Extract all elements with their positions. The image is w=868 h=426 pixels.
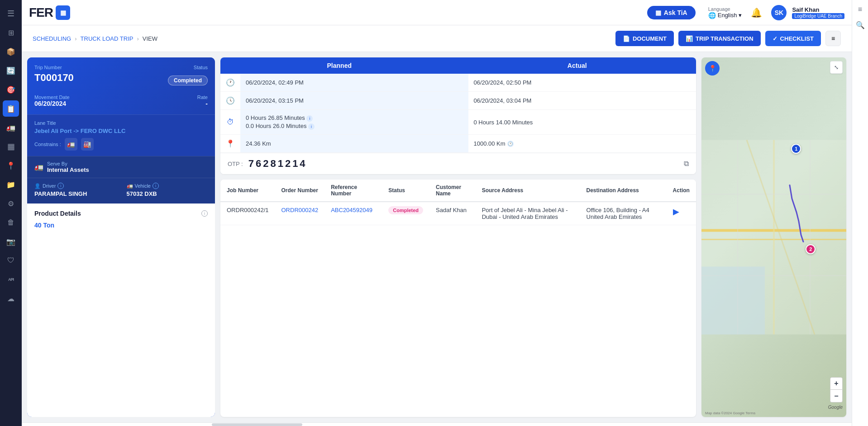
avatar[interactable]: SK [771, 5, 787, 20]
vehicle-info-icon[interactable]: i [153, 183, 159, 189]
sidebar-operations-icon[interactable]: 🔄 [3, 62, 19, 79]
language-section: Language 🌐 English ▾ [708, 6, 742, 19]
sidebar-api-icon[interactable]: API [3, 271, 19, 288]
ask-tia-icon: ▦ [655, 9, 661, 16]
planned-header: Planned [220, 57, 458, 74]
pa-row-4: 📍 24.36 Km 1000.00 Km 🕐 [220, 135, 696, 153]
driver-label: Driver [43, 183, 56, 189]
pa-planned-2: 06/20/2024, 03:15 PM [240, 92, 468, 109]
col-destination-address: Destination Address [580, 180, 667, 202]
jobs-table-card: Job Number Order Number Reference Number… [220, 180, 696, 417]
col-action: Action [667, 180, 696, 202]
trip-transaction-button[interactable]: 📊 TRIP TRANSACTION [678, 31, 761, 46]
info-circle-2[interactable]: i [308, 123, 315, 130]
content-area: Trip Number Status T000170 Completed Mov… [22, 52, 852, 422]
col-customer-name: Customer Name [429, 180, 476, 202]
planned-actual-card: Planned Actual 🕐 06/20/2024, 02:49 PM 06… [220, 57, 696, 174]
pa-icon-4: 📍 [220, 135, 240, 152]
sidebar-scheduling-icon[interactable]: 📋 [3, 100, 19, 117]
document-button[interactable]: 📄 DOCUMENT [615, 31, 674, 46]
pa-icon-1: 🕐 [220, 74, 240, 91]
order-number-link[interactable]: ORDR000242 [281, 207, 319, 213]
checklist-label: CHECKLIST [780, 35, 814, 42]
product-details-label: Product Details [34, 210, 81, 217]
info-circle-1[interactable]: i [306, 115, 313, 122]
copy-otp-button[interactable]: ⧉ [684, 160, 689, 168]
actual-header: Actual [458, 57, 696, 74]
order-number-cell[interactable]: ORDR000242 [275, 202, 325, 225]
user-name: Saif Khan [792, 6, 844, 13]
left-panel: Trip Number Status T000170 Completed Mov… [27, 57, 215, 417]
map-footer: Map data ©2024 Google Terms [705, 411, 755, 415]
bell-icon[interactable]: 🔔 [751, 7, 762, 18]
checklist-button[interactable]: ✓ CHECKLIST [765, 31, 821, 46]
language-select[interactable]: 🌐 English ▾ [708, 12, 742, 19]
right-sidebar: ≡ 🔍 [852, 0, 868, 426]
sidebar-reports-icon[interactable]: ▦ [3, 138, 19, 155]
sidebar-trash-icon[interactable]: 🗑 [3, 214, 19, 231]
map-zoom-out-button[interactable]: − [830, 390, 843, 402]
pa-row-2: 🕓 06/20/2024, 03:15 PM 06/20/2024, 03:04… [220, 92, 696, 110]
translate-icon: 🌐 [708, 12, 716, 19]
sidebar-locations-icon[interactable]: 📍 [3, 157, 19, 174]
user-branch: LogiBridge UAE Branch [792, 13, 844, 19]
pa-actual-2: 06/20/2024, 03:04 PM [468, 92, 696, 109]
logo: FER ▦ [29, 5, 70, 20]
map-location-button[interactable]: 📍 [705, 61, 720, 76]
pa-icon-2: 🕓 [220, 92, 240, 109]
sidebar-orders-icon[interactable]: 📦 [3, 43, 19, 60]
logo-text: FER [29, 5, 53, 20]
breadcrumb-scheduling[interactable]: SCHEDULING [33, 35, 71, 42]
movement-date-label: Movement Date [34, 95, 70, 100]
action-arrow-button[interactable]: ▶ [673, 207, 679, 216]
pa-actual-3: 0 Hours 14.00 Minutes [468, 110, 696, 134]
destination-address-cell: Office 106, Building - A4 United Arab Em… [580, 202, 667, 225]
sidebar-security-icon[interactable]: 🛡 [3, 252, 19, 269]
right-sidebar-search-icon[interactable]: 🔍 [856, 21, 865, 29]
bottom-scrollbar[interactable] [22, 422, 852, 426]
status-cell: Completed [382, 202, 429, 225]
col-reference-number: Reference Number [324, 180, 382, 202]
product-info-icon[interactable]: i [201, 210, 208, 217]
driver-info-icon[interactable]: i [57, 183, 64, 189]
sidebar-dashboard-icon[interactable]: ⊞ [3, 24, 19, 41]
header-actions: 📄 DOCUMENT 📊 TRIP TRANSACTION ✓ CHECKLIS… [615, 31, 841, 46]
document-label: DOCUMENT [633, 35, 667, 42]
checklist-icon: ✓ [773, 35, 777, 42]
language-label: Language [708, 6, 730, 12]
map-zoom-in-button[interactable]: + [830, 377, 843, 390]
sidebar-documents-icon[interactable]: 📁 [3, 176, 19, 193]
driver-vehicle-card: 👤 Driver i PARAMPAL SINGH 🚛 Vehicle i 57… [27, 178, 215, 204]
reference-number-link[interactable]: ABC204592049 [331, 207, 372, 213]
vehicle-truck-icon: 🚛 [127, 183, 133, 189]
ask-tia-label: Ask TiA [664, 9, 687, 16]
ask-tia-button[interactable]: ▦ Ask TiA [647, 6, 696, 19]
sidebar-media-icon[interactable]: 📷 [3, 233, 19, 250]
sidebar-tracking-icon[interactable]: 🎯 [3, 81, 19, 98]
sidebar-settings-icon[interactable]: ⚙ [3, 195, 19, 212]
driver-person-icon: 👤 [34, 183, 41, 189]
sidebar-menu-icon[interactable]: ☰ [3, 5, 19, 22]
product-details-card: Product Details i 40 Ton [27, 204, 215, 417]
sidebar-fleet-icon[interactable]: 🚛 [3, 119, 19, 136]
source-address-cell: Port of Jebel Ali - Mina Jebel Ali - Dub… [476, 202, 580, 225]
otp-value: 76281214 [248, 158, 684, 170]
info-circle-3[interactable]: 🕐 [507, 141, 514, 147]
action-cell[interactable]: ▶ [667, 202, 696, 225]
map-svg [701, 57, 846, 417]
pa-header: Planned Actual [220, 57, 696, 74]
sidebar-cloud-icon[interactable]: ☁ [3, 290, 19, 307]
map-watermark: Google [828, 405, 843, 410]
pa-planned-4: 24.36 Km [240, 135, 468, 152]
user-info: Saif Khan LogiBridge UAE Branch [792, 6, 844, 19]
trip-transaction-icon: 📊 [686, 35, 693, 42]
right-panel-toggle[interactable]: ≡ [825, 31, 841, 46]
constrain-icon-2: 🏭 [81, 138, 94, 151]
chevron-down-icon: ▾ [739, 12, 742, 19]
right-sidebar-lines-icon[interactable]: ≡ [858, 5, 862, 14]
trip-number-label: Trip Number [34, 65, 62, 70]
map-expand-button[interactable]: ⤡ [830, 61, 843, 74]
reference-number-cell[interactable]: ABC204592049 [324, 202, 382, 225]
breadcrumb-truck-load-trip[interactable]: TRUCK LOAD TRIP [81, 35, 134, 42]
pa-row-1: 🕐 06/20/2024, 02:49 PM 06/20/2024, 02:50… [220, 74, 696, 92]
